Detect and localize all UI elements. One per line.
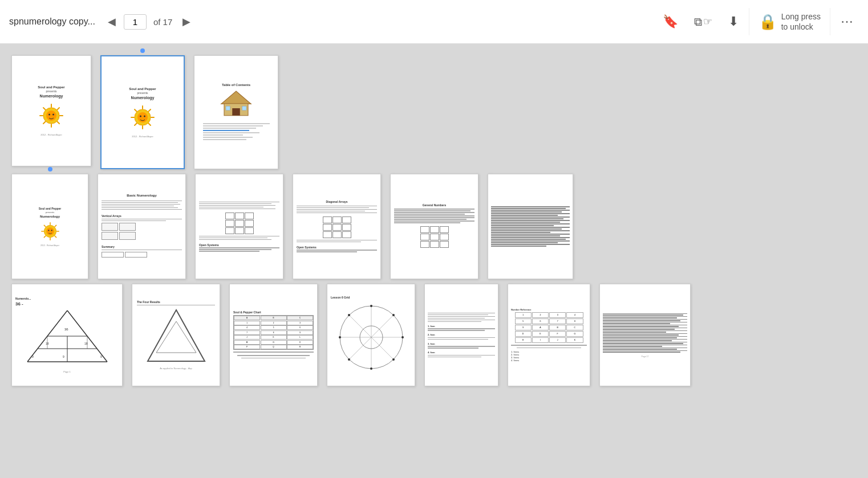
svg-marker-56 [156,321,196,353]
svg-point-69 [392,314,395,316]
download-button[interactable]: ⬇ [723,11,744,32]
next-page-button[interactable]: ▶ [179,13,194,30]
svg-text:36: 36 [64,328,68,331]
svg-point-30 [46,227,54,235]
p5-text: Vertical Arrays Summary [102,199,182,259]
p15-title: Number Reference [511,308,532,311]
svg-text:18: 18 [84,342,88,345]
page-inner-1: Soul and Pepper presents Numerology [12,56,91,166]
svg-rect-27 [226,106,230,111]
page-wrapper-4: Soul and Pepper presents Numerology [11,174,88,279]
p6-content: Open Systems [199,201,279,252]
page-wrapper-3: Table of Contents [194,55,278,169]
sun-icon-2 [128,103,157,132]
svg-point-13 [137,112,148,122]
p15-grid: 1 2 3 4 5 6 7 8 9 A B C D E F [515,312,583,343]
page-wrapper-12: Soul & Pepper Chart A B C 1 2 3 4 5 6 7 … [229,284,318,386]
svg-text:9: 9 [32,355,34,358]
p10-num: 36 - [15,301,23,307]
page-thumb-16[interactable]: Page 17 [599,284,691,386]
page-inner-7: Diagonal Arrays [293,174,380,279]
cover1-footer: 2012 - Richard Asper [40,133,62,136]
page-thumb-9[interactable] [488,174,573,279]
svg-point-40 [51,230,52,231]
page-thumb-4[interactable]: Soul and Pepper presents Numerology [11,174,88,279]
lock-text: Long press to unlock [781,11,821,32]
cover3-title: Soul and Pepper [39,207,61,210]
p13-title: Lesson 6 Grid [331,296,350,299]
copy-pages-button[interactable]: ⧉ ☞ [688,12,718,32]
p12-table: A B C 1 2 3 4 5 6 7 8 9 J K L [233,315,314,350]
page-of-label: of 17 [153,17,172,27]
svg-line-21 [135,123,137,125]
svg-text:18: 18 [46,342,49,345]
page-thumb-5[interactable]: Basic Numerology Vertical Arrays [98,174,186,279]
page-thumb-7[interactable]: Diagonal Arrays [293,174,381,279]
svg-point-65 [339,336,341,338]
svg-point-22 [140,115,141,117]
svg-point-63 [370,305,372,307]
toc-content [203,122,270,141]
page-wrapper-7: Diagonal Arrays [293,174,381,279]
p5-title: Basic Numerology [127,194,157,197]
page-thumb-1[interactable]: Soul and Pepper presents Numerology [11,55,91,166]
star-diagram [334,300,408,374]
page-wrapper-6: Open Systems [195,174,283,279]
sun-icon-3 [39,220,61,242]
svg-point-68 [392,358,395,361]
svg-line-18 [135,109,137,112]
toc-title: Table of Contents [222,83,250,87]
svg-text:9: 9 [63,355,64,358]
p7-title: Diagonal Arrays [326,200,347,203]
page-inner-5: Basic Numerology Vertical Arrays [98,174,185,279]
page-wrapper-1: Soul and Pepper presents Numerology [11,55,91,166]
cover2-footer: 2012 - Richard Asper [132,135,153,138]
page-thumb-2[interactable]: Soul and Pepper presents Numerology [100,55,185,169]
p11-title: The Four Results [137,300,160,304]
page-inner-11: The Four Results As applied to Numerolog… [132,284,220,386]
cover2-title: Soul and Pepper [129,87,156,91]
bookmark-button[interactable]: 🔖 [657,11,684,32]
page-thumb-11[interactable]: The Four Results As applied to Numerolog… [132,284,220,386]
page-wrapper-13: Lesson 6 Grid [327,284,415,386]
svg-line-38 [44,235,46,237]
p16-content [603,313,687,353]
p14-content: 1. Item 2. Item 3. Item 4. Item [428,312,495,358]
cover1-title: Soul and Pepper [38,85,64,89]
svg-rect-28 [242,106,247,111]
triangle-outline-diagram [142,307,210,367]
page-thumb-15[interactable]: Number Reference 1 2 3 4 5 6 7 8 9 A B [508,284,590,386]
svg-line-36 [54,235,56,237]
page-number-input[interactable] [124,14,147,30]
svg-line-8 [58,108,60,110]
page-thumb-12[interactable]: Soul & Pepper Chart A B C 1 2 3 4 5 6 7 … [229,284,318,386]
page-inner-4: Soul and Pepper presents Numerology [12,174,88,279]
copy-pages-icon: ⧉ [694,15,702,28]
prev-page-button[interactable]: ◀ [104,13,119,30]
page-thumb-13[interactable]: Lesson 6 Grid [327,284,415,386]
bookmark-icon: 🔖 [663,14,678,29]
lock-button[interactable]: 🔒 Long press to unlock [749,8,830,35]
p16-footer: Page 17 [641,356,648,358]
page-wrapper-10: Numerolo... 36 - [11,284,123,386]
svg-point-10 [48,114,50,116]
svg-point-1 [46,111,56,121]
cover1-sub: presents [46,89,56,93]
lock-icon: 🔒 [759,13,777,31]
page-inner-9 [488,174,573,279]
page-thumb-8[interactable]: General Numbers [390,174,478,279]
cover2-main: Numerology [131,96,155,100]
p11-footer: As applied to Numerology... Asp [160,367,192,370]
hand-cursor-icon: ☞ [703,15,712,28]
pyramid-diagram: 36 18 18 9 9 9 [22,308,113,370]
page-thumb-14[interactable]: 1. Item 2. Item 3. Item 4. Item [424,284,498,386]
more-options-button[interactable]: ⋯ [835,11,859,32]
svg-text:9: 9 [100,355,102,358]
svg-line-37 [54,225,56,227]
page-row-3: Numerolo... 36 - [11,284,857,386]
page-thumb-6[interactable]: Open Systems [195,174,283,279]
page-thumb-3[interactable]: Table of Contents [194,55,278,169]
svg-line-7 [58,122,60,124]
cover3-main: Numerology [40,215,60,218]
page-thumb-10[interactable]: Numerolo... 36 - [11,284,123,386]
